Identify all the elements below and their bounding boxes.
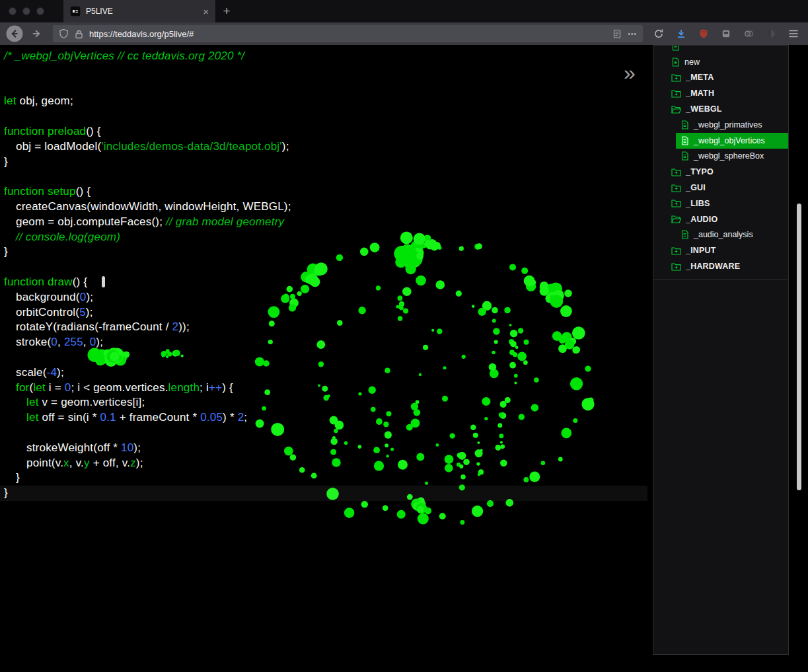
file-item-webgl_spherebox[interactable]: _webgl_sphereBox — [676, 149, 788, 165]
file-label: _LIBS — [686, 199, 710, 208]
code-line[interactable]: let off = sin(i * 0.1 + frameCount * 0.0… — [0, 410, 647, 426]
code-token: 2 — [172, 320, 179, 333]
folder-plus-icon — [671, 199, 681, 207]
file-icon — [680, 120, 689, 130]
folder-item-typo[interactable]: _TYPO — [667, 164, 788, 180]
scrollbar-thumb[interactable] — [797, 204, 801, 490]
code-editor[interactable]: /* _webgl_objVertices // cc teddavis.org… — [0, 45, 647, 501]
new-tab-button[interactable]: + — [215, 4, 238, 19]
code-token: -4 — [47, 366, 57, 379]
folder-item-webgl[interactable]: _WEBGL — [667, 101, 788, 117]
extension-icon-1[interactable] — [717, 24, 735, 43]
vertex-dot — [344, 507, 355, 518]
code-line[interactable]: } — [0, 155, 647, 170]
code-line[interactable]: let v = geom.vertices[i]; — [0, 395, 647, 410]
folder-item-hardware[interactable]: _HARDWARE — [667, 258, 788, 274]
code-line[interactable]: for(let i = 0; i < geom.vertices.length;… — [0, 381, 647, 396]
browser-window: { "browser": { "tab": { "title": "P5LIVE… — [0, 0, 808, 672]
code-line[interactable]: } — [0, 470, 647, 486]
code-line[interactable]: stroke(0, 255, 0); — [0, 335, 647, 350]
code-token: + off, v. — [90, 457, 130, 469]
code-token: ++ — [209, 381, 222, 394]
reload-button[interactable] — [649, 24, 668, 43]
file-item-webgl_primatives[interactable]: _webgl_primatives — [676, 117, 788, 133]
file-icon-wrap — [671, 57, 680, 67]
code-line[interactable]: } — [0, 486, 647, 501]
file-icon — [680, 230, 689, 239]
code-token: } — [4, 155, 8, 168]
file-item-clipped[interactable] — [667, 46, 788, 54]
code-token: strokeWeight(off * — [26, 441, 121, 454]
window-minimize-button[interactable] — [22, 7, 30, 15]
code-token: ; i — [200, 381, 209, 394]
url-bar[interactable]: https://teddavis.org/p5live/# ••• — [53, 25, 643, 42]
tab-p5live[interactable]: P5LIVE × — [63, 0, 215, 22]
extension-icon-2[interactable] — [739, 24, 758, 43]
code-line[interactable]: obj = loadModel('includes/demos-data/3d/… — [0, 139, 647, 155]
folder-plus-icon — [671, 89, 681, 98]
tab-close-icon[interactable]: × — [203, 7, 209, 17]
folder-item-math[interactable]: _MATH — [667, 85, 788, 101]
code-line[interactable]: createCanvas(windowWidth, windowHeight, … — [0, 200, 647, 215]
file-item-new[interactable]: new — [667, 54, 788, 70]
code-line[interactable]: scale(-4); — [0, 365, 647, 381]
code-line[interactable]: function preload() { — [0, 124, 647, 139]
code-line[interactable]: strokeWeight(off * 10); — [0, 441, 647, 456]
file-item-audio_analysis[interactable]: _audio_analysis — [676, 227, 788, 243]
code-line[interactable] — [0, 79, 647, 94]
menu-button[interactable] — [784, 24, 803, 43]
file-item-webgl_objvertices[interactable]: _webgl_objVertices — [676, 133, 788, 149]
code-line[interactable] — [0, 260, 647, 275]
code-token: ); — [96, 336, 103, 348]
code-line[interactable] — [0, 350, 647, 365]
folder-item-audio[interactable]: _AUDIO — [667, 211, 788, 227]
folder-open-icon — [671, 215, 681, 223]
double-circle-icon — [743, 28, 754, 39]
code-token: } — [16, 471, 20, 484]
file-label: _WEBGL — [686, 104, 722, 114]
window-close-button[interactable] — [9, 7, 17, 15]
file-label: _audio_analysis — [694, 230, 753, 239]
file-label: new — [684, 57, 700, 67]
code-line[interactable] — [0, 64, 647, 79]
folder-item-meta[interactable]: _META — [667, 70, 788, 86]
code-line[interactable] — [0, 109, 647, 124]
vertex-dot — [397, 510, 406, 519]
code-line[interactable]: function setup() { — [0, 184, 647, 200]
code-line[interactable]: function draw() { — [0, 275, 647, 290]
code-line[interactable]: orbitControl(5); — [0, 305, 647, 320]
folder-item-input[interactable]: _INPUT — [667, 243, 788, 258]
code-line[interactable]: /* _webgl_objVertices // cc teddavis.org… — [0, 49, 647, 64]
reader-mode-icon[interactable] — [612, 29, 622, 38]
code-line[interactable]: // console.log(geom) — [0, 230, 647, 245]
code-line[interactable]: point(v.x, v.y + off, v.z); — [0, 456, 647, 471]
extension-icon-3[interactable] — [762, 24, 780, 43]
page-actions-icon[interactable]: ••• — [628, 30, 637, 38]
code-line[interactable]: geom = obj.computeFaces(); // grab model… — [0, 215, 647, 230]
downloads-button[interactable] — [672, 24, 690, 43]
code-line[interactable]: let obj, geom; — [0, 94, 647, 109]
code-token: let — [26, 411, 39, 424]
code-line[interactable]: rotateY(radians(-frameCount / 2)); — [0, 320, 647, 335]
folder-item-gui[interactable]: _GUI — [667, 180, 788, 196]
code-line[interactable]: background(0); — [0, 290, 647, 305]
lock-icon[interactable] — [75, 29, 83, 39]
folder-plus-icon-wrap — [671, 168, 681, 176]
ublock-extension-icon[interactable] — [694, 24, 713, 43]
url-text[interactable]: https://teddavis.org/p5live/# — [89, 29, 606, 39]
code-line[interactable]: } — [0, 244, 647, 260]
folder-item-libs[interactable]: _LIBS — [667, 196, 788, 211]
folder-plus-icon — [671, 184, 681, 192]
code-token: y — [84, 457, 90, 469]
code-line[interactable] — [0, 426, 647, 441]
code-token: background( — [16, 291, 80, 303]
forward-button[interactable] — [28, 24, 46, 43]
back-button[interactable] — [5, 24, 24, 43]
menu-collapse-toggle[interactable]: » — [624, 62, 636, 83]
text-caret — [102, 276, 105, 287]
tracking-protection-shield-icon[interactable] — [59, 28, 69, 39]
code-line[interactable] — [0, 169, 647, 184]
window-zoom-button[interactable] — [36, 7, 44, 15]
file-icon-wrap — [671, 46, 680, 51]
file-icon-wrap — [680, 120, 689, 130]
